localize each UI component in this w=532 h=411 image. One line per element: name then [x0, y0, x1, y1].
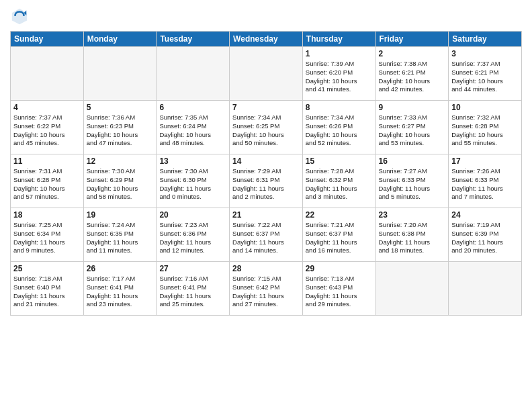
calendar-day-cell: 6Sunrise: 7:35 AM Sunset: 6:24 PM Daylig… [157, 101, 230, 154]
calendar-week-row: 1Sunrise: 7:39 AM Sunset: 6:20 PM Daylig… [11, 47, 522, 101]
svg-marker-0 [12, 9, 27, 24]
calendar-table: SundayMondayTuesdayWednesdayThursdayFrid… [10, 31, 522, 316]
day-info: Sunrise: 7:30 AM Sunset: 6:30 PM Dayligh… [159, 167, 226, 201]
day-number: 24 [451, 210, 519, 220]
calendar-day-cell: 21Sunrise: 7:22 AM Sunset: 6:37 PM Dayli… [230, 208, 303, 262]
calendar-day-header: Wednesday [230, 32, 303, 47]
day-info: Sunrise: 7:31 AM Sunset: 6:28 PM Dayligh… [13, 167, 81, 201]
calendar-day-cell: 13Sunrise: 7:30 AM Sunset: 6:30 PM Dayli… [157, 154, 230, 208]
day-info: Sunrise: 7:36 AM Sunset: 6:23 PM Dayligh… [87, 113, 154, 148]
day-info: Sunrise: 7:17 AM Sunset: 6:41 PM Dayligh… [87, 275, 154, 309]
page: SundayMondayTuesdayWednesdayThursdayFrid… [0, 0, 532, 322]
day-number: 5 [87, 103, 154, 112]
calendar-day-cell: 12Sunrise: 7:30 AM Sunset: 6:29 PM Dayli… [83, 154, 157, 208]
day-info: Sunrise: 7:39 AM Sunset: 6:20 PM Dayligh… [306, 60, 373, 94]
calendar-week-row: 11Sunrise: 7:31 AM Sunset: 6:28 PM Dayli… [11, 154, 522, 208]
calendar-day-cell: 17Sunrise: 7:26 AM Sunset: 6:33 PM Dayli… [449, 154, 522, 208]
day-info: Sunrise: 7:20 AM Sunset: 6:38 PM Dayligh… [379, 221, 446, 255]
day-number: 21 [232, 210, 300, 220]
day-info: Sunrise: 7:28 AM Sunset: 6:32 PM Dayligh… [306, 167, 373, 201]
day-number: 14 [232, 156, 300, 166]
calendar-day-cell: 2Sunrise: 7:38 AM Sunset: 6:21 PM Daylig… [375, 47, 449, 101]
day-number: 29 [306, 264, 373, 273]
calendar-day-cell [449, 262, 522, 316]
calendar-day-cell: 19Sunrise: 7:24 AM Sunset: 6:35 PM Dayli… [83, 208, 157, 262]
day-number: 6 [159, 103, 226, 112]
day-info: Sunrise: 7:32 AM Sunset: 6:28 PM Dayligh… [451, 113, 519, 148]
calendar-day-cell: 25Sunrise: 7:18 AM Sunset: 6:40 PM Dayli… [11, 262, 84, 316]
calendar-day-cell: 20Sunrise: 7:23 AM Sunset: 6:36 PM Dayli… [157, 208, 230, 262]
day-number: 12 [87, 156, 154, 166]
day-info: Sunrise: 7:34 AM Sunset: 6:25 PM Dayligh… [232, 113, 300, 148]
calendar-day-header: Sunday [11, 32, 84, 47]
calendar-day-header: Monday [83, 32, 157, 47]
calendar-day-cell: 7Sunrise: 7:34 AM Sunset: 6:25 PM Daylig… [230, 101, 303, 154]
day-number: 10 [451, 103, 519, 112]
day-info: Sunrise: 7:24 AM Sunset: 6:35 PM Dayligh… [87, 221, 154, 255]
calendar-day-cell: 15Sunrise: 7:28 AM Sunset: 6:32 PM Dayli… [302, 154, 375, 208]
day-number: 11 [13, 156, 81, 166]
day-info: Sunrise: 7:18 AM Sunset: 6:40 PM Dayligh… [13, 275, 81, 309]
day-number: 23 [379, 210, 446, 220]
day-number: 22 [306, 210, 373, 220]
day-number: 9 [379, 103, 446, 112]
day-number: 15 [306, 156, 373, 166]
calendar-day-cell: 4Sunrise: 7:37 AM Sunset: 6:22 PM Daylig… [11, 101, 84, 154]
day-number: 17 [451, 156, 519, 166]
calendar-day-cell: 3Sunrise: 7:37 AM Sunset: 6:21 PM Daylig… [449, 47, 522, 101]
calendar-day-cell [230, 47, 303, 101]
calendar-day-cell [375, 262, 449, 316]
day-info: Sunrise: 7:29 AM Sunset: 6:31 PM Dayligh… [232, 167, 300, 201]
day-info: Sunrise: 7:27 AM Sunset: 6:33 PM Dayligh… [379, 167, 446, 201]
calendar-day-cell: 10Sunrise: 7:32 AM Sunset: 6:28 PM Dayli… [449, 101, 522, 154]
day-info: Sunrise: 7:13 AM Sunset: 6:43 PM Dayligh… [306, 275, 373, 309]
calendar-week-row: 4Sunrise: 7:37 AM Sunset: 6:22 PM Daylig… [11, 101, 522, 154]
calendar-day-cell: 5Sunrise: 7:36 AM Sunset: 6:23 PM Daylig… [83, 101, 157, 154]
logo [10, 7, 32, 26]
header [10, 7, 522, 26]
calendar-week-row: 18Sunrise: 7:25 AM Sunset: 6:34 PM Dayli… [11, 208, 522, 262]
logo-icon [10, 7, 29, 26]
day-info: Sunrise: 7:21 AM Sunset: 6:37 PM Dayligh… [306, 221, 373, 255]
day-number: 20 [159, 210, 226, 220]
day-info: Sunrise: 7:23 AM Sunset: 6:36 PM Dayligh… [159, 221, 226, 255]
day-number: 19 [87, 210, 154, 220]
calendar-day-cell: 23Sunrise: 7:20 AM Sunset: 6:38 PM Dayli… [375, 208, 449, 262]
day-number: 4 [13, 103, 81, 112]
calendar-day-cell [11, 47, 84, 101]
day-info: Sunrise: 7:34 AM Sunset: 6:26 PM Dayligh… [306, 113, 373, 148]
day-number: 2 [379, 49, 446, 58]
calendar-day-cell: 29Sunrise: 7:13 AM Sunset: 6:43 PM Dayli… [302, 262, 375, 316]
day-number: 8 [306, 103, 373, 112]
calendar-day-cell: 14Sunrise: 7:29 AM Sunset: 6:31 PM Dayli… [230, 154, 303, 208]
calendar-day-header: Friday [375, 32, 449, 47]
day-number: 16 [379, 156, 446, 166]
day-info: Sunrise: 7:22 AM Sunset: 6:37 PM Dayligh… [232, 221, 300, 255]
day-number: 28 [232, 264, 300, 273]
calendar-week-row: 25Sunrise: 7:18 AM Sunset: 6:40 PM Dayli… [11, 262, 522, 316]
calendar-day-cell: 1Sunrise: 7:39 AM Sunset: 6:20 PM Daylig… [302, 47, 375, 101]
day-info: Sunrise: 7:19 AM Sunset: 6:39 PM Dayligh… [451, 221, 519, 255]
calendar-day-header: Saturday [449, 32, 522, 47]
day-number: 13 [159, 156, 226, 166]
calendar-day-cell [157, 47, 230, 101]
calendar-day-cell: 27Sunrise: 7:16 AM Sunset: 6:41 PM Dayli… [157, 262, 230, 316]
calendar-header-row: SundayMondayTuesdayWednesdayThursdayFrid… [11, 32, 522, 47]
calendar-day-cell: 16Sunrise: 7:27 AM Sunset: 6:33 PM Dayli… [375, 154, 449, 208]
day-info: Sunrise: 7:38 AM Sunset: 6:21 PM Dayligh… [379, 60, 446, 94]
day-number: 18 [13, 210, 81, 220]
calendar-day-cell: 9Sunrise: 7:33 AM Sunset: 6:27 PM Daylig… [375, 101, 449, 154]
day-info: Sunrise: 7:15 AM Sunset: 6:42 PM Dayligh… [232, 275, 300, 309]
day-number: 25 [13, 264, 81, 273]
day-info: Sunrise: 7:30 AM Sunset: 6:29 PM Dayligh… [87, 167, 154, 201]
day-info: Sunrise: 7:33 AM Sunset: 6:27 PM Dayligh… [379, 113, 446, 148]
day-number: 27 [159, 264, 226, 273]
day-number: 1 [306, 49, 373, 58]
calendar-day-header: Tuesday [157, 32, 230, 47]
calendar-day-cell [83, 47, 157, 101]
day-info: Sunrise: 7:35 AM Sunset: 6:24 PM Dayligh… [159, 113, 226, 148]
calendar-day-cell: 26Sunrise: 7:17 AM Sunset: 6:41 PM Dayli… [83, 262, 157, 316]
day-number: 7 [232, 103, 300, 112]
day-number: 26 [87, 264, 154, 273]
day-info: Sunrise: 7:16 AM Sunset: 6:41 PM Dayligh… [159, 275, 226, 309]
